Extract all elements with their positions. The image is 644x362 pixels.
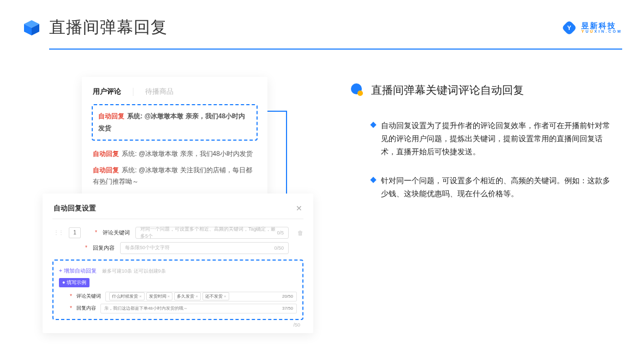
ex-content-text: 亲，我们这边都是下单48小时内发货的哦～ — [104, 305, 188, 311]
add-auto-reply-link[interactable]: + 增加自动回复 — [59, 268, 97, 274]
keyword-tag[interactable]: 什么时候发货 × — [109, 292, 145, 300]
tag-remove-icon[interactable]: × — [224, 294, 226, 299]
ex-keyword-input[interactable]: 什么时候发货 ×发货时间 ×多久发货 ×还不发货 × 20/50 — [105, 292, 297, 301]
settings-card: 自动回复设置 ✕ ⋮⋮ 1 * 评论关键词 对同一个问题，可设置多个相近、高频的… — [43, 194, 313, 333]
char-count: 0/5 — [277, 230, 284, 236]
comment-row: 自动回复 系统: @冰墩墩本墩 关注我们的店铺，每日都有热门推荐呦～ — [92, 162, 258, 190]
drag-handle-icon[interactable]: ⋮⋮ — [53, 231, 63, 234]
placeholder: 每条限50个中文字符 — [125, 244, 170, 251]
example-content-row: * 回复内容 亲，我们这边都是下单48小时内发货的哦～ 37/50 — [59, 304, 297, 313]
right-column: 直播间弹幕关键词评论自动回复 自动回复设置为了提升作者的评论回复效率，作者可在开… — [349, 77, 617, 333]
char-count: 20/50 — [282, 294, 293, 299]
brand-text: 昱新科技 YUUXIN.COM — [581, 22, 622, 33]
tab-products[interactable]: 待播商品 — [145, 87, 174, 96]
tab-divider: | — [132, 87, 134, 96]
brand-name-cn: 昱新科技 — [581, 22, 622, 29]
diamond-icon — [370, 177, 376, 183]
brand-block: Y 昱新科技 YUUXIN.COM — [562, 20, 622, 35]
content-label: 回复内容 — [93, 244, 115, 252]
keyword-tag[interactable]: 还不发货 × — [202, 292, 229, 300]
tab-user-comments[interactable]: 用户评论 — [93, 87, 121, 96]
tag-remove-icon[interactable]: × — [139, 294, 142, 299]
required-star: * — [85, 245, 87, 251]
ex-content-label: 回复内容 — [76, 305, 96, 312]
placeholder: 对同一个问题，可设置多个相近、高频的关键词，Tag确定，最多5个 — [140, 226, 277, 240]
bubble-icon — [349, 82, 365, 98]
content-area: 用户评论 | 待播商品 自动回复 系统: @冰墩墩本墩 亲亲，我们48小时内发货… — [0, 50, 644, 333]
bullet-text: 自动回复设置为了提升作者的评论回复效率，作者可在开播前针对常见的评论用户问题，提… — [381, 119, 617, 158]
keyword-input[interactable]: 对同一个问题，可设置多个相近、高频的关键词，Tag确定，最多5个 0/5 — [135, 227, 289, 239]
highlighted-comment: 自动回复 系统: @冰墩墩本墩 亲亲，我们48小时内发货 — [92, 104, 258, 141]
auto-reply-tag: 自动回复 — [98, 112, 124, 120]
bullet-text: 针对同一个问题，可设置多个相近的、高频的关键词。例如：这款多少钱、这块能优惠吗、… — [381, 174, 617, 201]
svg-point-6 — [357, 90, 363, 96]
keyword-label: 评论关键词 — [103, 229, 130, 237]
add-hint: 最多可建10条 还可以创建9条 — [102, 268, 166, 274]
content-input[interactable]: 每条限50个中文字符 0/50 — [120, 242, 289, 254]
example-box: + 增加自动回复 最多可建10条 还可以创建9条 ● 填写示例 * 评论关键词 … — [52, 260, 303, 320]
content-row: * 回复内容 每条限50个中文字符 0/50 — [52, 242, 303, 254]
auto-reply-tag: 自动回复 — [93, 150, 119, 158]
char-count: 37/50 — [282, 306, 293, 311]
connector-line — [266, 111, 287, 112]
left-column: 用户评论 | 待播商品 自动回复 系统: @冰墩墩本墩 亲亲，我们48小时内发货… — [76, 77, 317, 333]
settings-header: 自动回复设置 ✕ — [52, 203, 303, 219]
comment-row: 自动回复 系统: @冰墩墩本墩 亲亲，我们48小时内发货 — [92, 146, 258, 162]
tag-remove-icon[interactable]: × — [168, 294, 170, 299]
ex-content-input[interactable]: 亲，我们这边都是下单48小时内发货的哦～ 37/50 — [100, 304, 297, 313]
brand-logo-icon: Y — [562, 20, 577, 35]
comment-row: 自动回复 系统: @冰墩墩本墩 亲亲，我们48小时内发货 — [97, 108, 252, 136]
tabs-row: 用户评论 | 待播商品 — [92, 87, 258, 96]
card-footer-count: /50 — [52, 320, 303, 328]
cube-icon — [22, 18, 41, 38]
settings-title: 自动回复设置 — [53, 203, 96, 213]
example-badge: ● 填写示例 — [59, 278, 90, 287]
example-keyword-row: * 评论关键词 什么时候发货 ×发货时间 ×多久发货 ×还不发货 × 20/50 — [59, 292, 297, 301]
bullet-item: 针对同一个问题，可设置多个相近的、高频的关键词。例如：这款多少钱、这块能优惠吗、… — [349, 174, 617, 201]
keyword-row: ⋮⋮ 1 * 评论关键词 对同一个问题，可设置多个相近、高频的关键词，Tag确定… — [52, 227, 303, 239]
diamond-icon — [370, 122, 376, 128]
bullet-item: 自动回复设置为了提升作者的评论回复效率，作者可在开播前针对常见的评论用户问题，提… — [349, 119, 617, 158]
section-title: 直播间弹幕关键词评论自动回复 — [371, 83, 524, 98]
tag-remove-icon[interactable]: × — [195, 294, 198, 299]
brand-name-en: YUUXIN.COM — [581, 29, 622, 33]
tags-container: 什么时候发货 ×发货时间 ×多久发货 ×还不发货 × — [109, 292, 229, 300]
keyword-tag[interactable]: 多久发货 × — [174, 292, 201, 300]
page-header: 直播间弹幕回复 Y 昱新科技 YUUXIN.COM — [0, 0, 644, 39]
ex-keyword-label: 评论关键词 — [76, 293, 101, 300]
close-icon[interactable]: ✕ — [296, 204, 302, 213]
section-header: 直播间弹幕关键词评论自动回复 — [349, 82, 617, 98]
auto-reply-tag: 自动回复 — [93, 166, 119, 174]
row-number: 1 — [69, 227, 81, 238]
keyword-tag[interactable]: 发货时间 × — [146, 292, 173, 300]
comment-text: 系统: @冰墩墩本墩 亲亲，我们48小时内发货 — [122, 150, 253, 158]
page-title: 直播间弹幕回复 — [49, 16, 168, 39]
required-star: * — [70, 293, 72, 299]
trash-icon[interactable]: 🗑 — [297, 230, 303, 236]
char-count: 0/50 — [274, 245, 284, 251]
example-head: + 增加自动回复 最多可建10条 还可以创建9条 — [59, 265, 297, 275]
svg-text:Y: Y — [568, 25, 572, 31]
header-left: 直播间弹幕回复 — [22, 16, 168, 39]
required-star: * — [70, 305, 72, 311]
comments-card: 用户评论 | 待播商品 自动回复 系统: @冰墩墩本墩 亲亲，我们48小时内发货… — [82, 77, 267, 196]
required-star: * — [95, 230, 97, 236]
